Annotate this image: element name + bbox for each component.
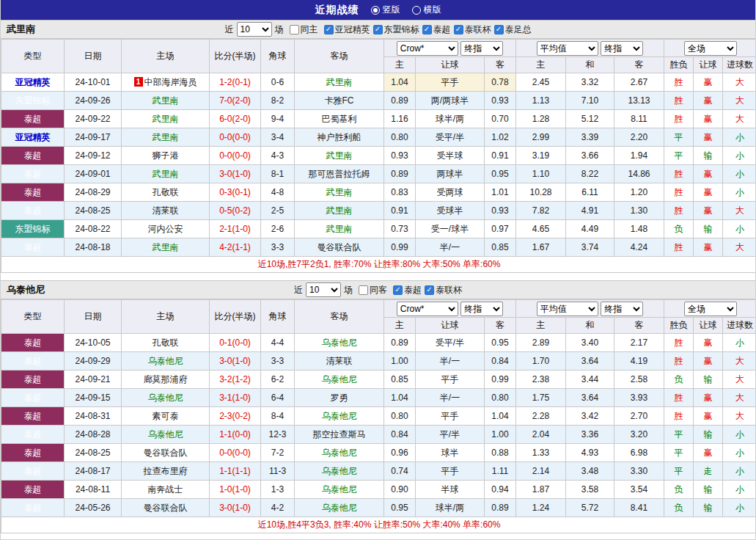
match-row: 泰超24-09-12狮子港0-0(0-0)4-3武里南0.93受半球0.913.… <box>1 147 756 165</box>
league-checkbox[interactable] <box>324 25 334 34</box>
league-label: 亚冠精英 <box>335 23 370 36</box>
header-row-top: 类型 日期 主场 比分(半场) 角球 客场 Crow* 终指 平均值 终指 <box>1 300 756 318</box>
home-odds-cell: 0.83 <box>384 183 416 202</box>
section-header-bar: 乌泰他尼 近 10 场 同客 泰超泰联杯 <box>1 280 755 299</box>
col-away: 客场 <box>295 40 384 73</box>
handicap-cell: 半/一 <box>416 389 485 407</box>
same-venue-filter[interactable]: 同客 <box>359 284 387 296</box>
avg-company-select[interactable]: 平均值 <box>537 41 598 56</box>
handicap-cell: 球半/两 <box>416 499 485 517</box>
league-checkbox[interactable] <box>454 25 463 34</box>
avg-draw-cell: 3.64 <box>566 389 614 407</box>
handicap-result-cell: 输 <box>694 371 723 389</box>
avg-home-cell: 1.28 <box>516 110 566 128</box>
avg-away-cell: 1.20 <box>614 183 664 202</box>
score-cell: 0-1(0-0) <box>210 334 261 352</box>
result-cell: 平 <box>664 426 694 444</box>
avg-final-select[interactable]: 终指 <box>601 302 643 316</box>
home-team-name: 武里南 <box>153 114 179 124</box>
odds-final-select[interactable]: 终指 <box>460 41 503 56</box>
home-odds-cell: 1.04 <box>384 389 416 407</box>
date-cell: 24-09-12 <box>65 147 122 165</box>
date-cell: 24-05-26 <box>65 499 122 517</box>
away-team-cell: 乌泰他尼 <box>295 371 384 389</box>
home-odds-cell: 0.74 <box>384 462 416 481</box>
league-checkbox[interactable] <box>393 285 403 295</box>
league-checkbox[interactable] <box>373 25 383 34</box>
avg-final-select[interactable]: 终指 <box>601 41 643 56</box>
avg-away-cell: 2.67 <box>614 73 664 92</box>
odds-final-select[interactable]: 终指 <box>460 302 503 316</box>
match-row: 亚冠精英24-10-011中部海岸海员1-2(0-1)0-6武里南1.04平手0… <box>1 73 756 92</box>
odds-company-select[interactable]: Crow* <box>397 302 458 316</box>
avg-away-cell: 2.58 <box>614 371 664 389</box>
home-team-name: 河内公安 <box>148 224 183 234</box>
away-team-name: 乌泰他尼 <box>322 374 357 384</box>
col-score: 比分(半场) <box>210 40 261 73</box>
recent-count-select[interactable]: 10 <box>237 22 272 37</box>
corners-cell: 12-3 <box>261 426 295 444</box>
layout-option-vertical[interactable]: 竖版 <box>371 4 400 16</box>
score-cell: 0-0(0-0) <box>210 128 261 147</box>
handicap-result-cell: 赢 <box>694 238 723 257</box>
league-filter-option[interactable]: 亚冠精英 <box>324 23 370 36</box>
score-cell: 1-1(0-0) <box>210 426 261 444</box>
avg-home-cell: 1.67 <box>516 238 566 257</box>
avg-away-cell: 2.20 <box>614 128 664 147</box>
league-checkbox[interactable] <box>494 25 504 34</box>
league-cell: 泰超 <box>1 238 65 257</box>
sub-col-goals-result: 进球数 <box>723 318 756 334</box>
vertical-radio[interactable] <box>371 6 380 15</box>
league-cell: 泰超 <box>1 462 65 481</box>
league-filter-option[interactable]: 泰足总 <box>494 23 532 36</box>
away-odds-cell: 0.99 <box>485 371 516 389</box>
odds-company-select[interactable]: Crow* <box>397 41 458 56</box>
recent-count-select[interactable]: 10 <box>306 282 341 297</box>
league-filter-option[interactable]: 泰联杯 <box>425 284 462 296</box>
league-filters: 泰超泰联杯 <box>390 284 462 296</box>
home-team-name: 素可泰 <box>153 411 179 421</box>
score-cell: 3-0(1-0) <box>210 352 261 371</box>
league-filter-option[interactable]: 泰联杯 <box>454 23 491 36</box>
avg-away-cell: 8.11 <box>614 110 664 128</box>
avg-home-cell: 1.24 <box>516 499 566 517</box>
avg-home-cell: 1.33 <box>516 444 566 462</box>
home-team-cell: 1中部海岸海员 <box>122 73 210 92</box>
home-team-name: 乌泰他尼 <box>148 356 183 366</box>
handicap-result-cell: 赢 <box>694 444 723 462</box>
league-filter-option[interactable]: 东盟锦标 <box>373 23 419 36</box>
home-team-name: 乌泰他尼 <box>148 393 183 403</box>
home-team-cell: 孔敬联 <box>122 334 210 352</box>
date-cell: 24-08-17 <box>65 462 122 481</box>
scope-select[interactable]: 全场 <box>684 302 737 316</box>
goals-result-cell: 大 <box>723 73 756 92</box>
goals-result-cell: 大 <box>723 389 756 407</box>
avg-draw-cell: 3.32 <box>566 73 614 92</box>
same-venue-filter[interactable]: 同主 <box>290 23 318 36</box>
layout-option-horizontal[interactable]: 横版 <box>412 4 441 16</box>
date-cell: 24-08-29 <box>65 183 122 202</box>
home-team-cell: 狮子港 <box>122 147 210 165</box>
date-cell: 24-10-05 <box>65 334 122 352</box>
league-checkbox[interactable] <box>422 25 432 34</box>
league-cell: 亚冠精英 <box>1 128 65 147</box>
avg-away-cell: 3.54 <box>614 481 664 499</box>
team-name: 乌泰他尼 <box>7 283 45 296</box>
league-filter-option[interactable]: 泰超 <box>422 23 451 36</box>
date-cell: 24-08-11 <box>65 481 122 499</box>
match-row: 泰超24-05-26曼谷联合队3-0(1-0)4-2乌泰他尼0.95球半/两0.… <box>1 499 756 517</box>
league-checkbox[interactable] <box>425 285 434 295</box>
scope-select[interactable]: 全场 <box>684 41 737 56</box>
same-venue-checkbox[interactable] <box>290 25 299 34</box>
result-cell: 平 <box>664 444 694 462</box>
league-cell: 泰超 <box>1 110 65 128</box>
avg-company-select[interactable]: 平均值 <box>537 302 598 316</box>
league-cell: 东盟锦标 <box>1 220 65 238</box>
league-filter-option[interactable]: 泰超 <box>393 284 422 296</box>
same-venue-checkbox[interactable] <box>359 285 368 295</box>
away-odds-cell: 1.00 <box>485 426 516 444</box>
horizontal-radio[interactable] <box>412 6 421 15</box>
date-cell: 24-09-26 <box>65 92 122 110</box>
home-team-name: 武里南 <box>153 169 179 179</box>
recent-label: 近 <box>294 284 303 296</box>
